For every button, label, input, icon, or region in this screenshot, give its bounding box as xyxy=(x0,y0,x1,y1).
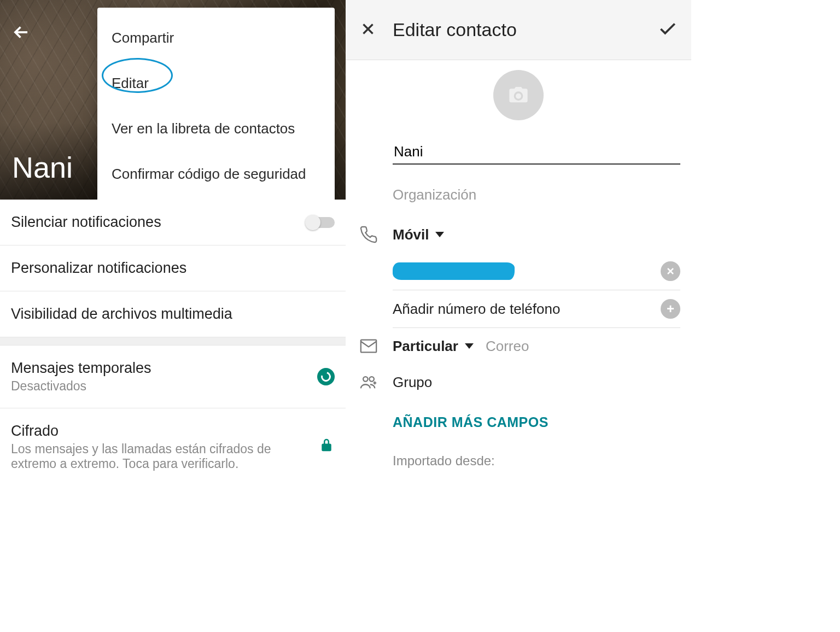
disappearing-title: Mensajes temporales xyxy=(11,360,317,377)
setting-mute-label: Silenciar notificaciones xyxy=(11,214,306,231)
name-input[interactable] xyxy=(393,140,680,165)
phone-type-label: Móvil xyxy=(393,226,429,243)
encryption-title: Cifrado xyxy=(11,423,318,440)
organization-field[interactable]: Organización xyxy=(393,186,680,203)
setting-customize-label: Personalizar notificaciones xyxy=(11,260,335,277)
svg-point-2 xyxy=(369,377,374,382)
setting-media-visibility[interactable]: Visibilidad de archivos multimedia xyxy=(0,291,346,337)
phone-number-redacted[interactable] xyxy=(393,262,515,280)
contact-photo-button[interactable] xyxy=(493,70,544,120)
group-icon xyxy=(357,373,381,391)
phone-type-dropdown[interactable]: Móvil xyxy=(393,226,444,243)
encryption-desc: Los mensajes y las llamadas están cifrad… xyxy=(11,442,273,471)
email-type-dropdown[interactable]: Particular xyxy=(393,338,474,355)
edit-contact-title: Editar contacto xyxy=(393,19,642,40)
email-icon xyxy=(357,337,381,355)
email-type-label: Particular xyxy=(393,338,458,355)
add-phone-button[interactable]: + xyxy=(661,299,680,319)
contact-name: Nani xyxy=(12,150,73,184)
back-arrow-icon[interactable] xyxy=(11,22,32,45)
setting-media-label: Visibilidad de archivos multimedia xyxy=(11,306,335,323)
section-divider xyxy=(0,337,346,346)
menu-view-in-contacts[interactable]: Ver en la libreta de contactos xyxy=(97,106,335,151)
menu-share[interactable]: Compartir xyxy=(97,15,335,61)
clear-phone-button[interactable] xyxy=(661,261,680,281)
setting-customize-notifications[interactable]: Personalizar notificaciones xyxy=(0,245,346,291)
group-field[interactable]: Grupo xyxy=(393,374,432,391)
setting-mute[interactable]: Silenciar notificaciones xyxy=(0,200,346,245)
timer-icon xyxy=(317,368,335,385)
phone-icon xyxy=(357,225,381,244)
contact-hero: Nani Compartir Editar Ver en la libreta … xyxy=(0,0,346,200)
menu-verify-security[interactable]: Confirmar código de seguridad xyxy=(97,151,335,197)
chevron-down-icon xyxy=(465,343,474,349)
svg-rect-0 xyxy=(361,340,376,353)
close-icon[interactable] xyxy=(359,20,377,40)
add-phone-label[interactable]: Añadir número de teléfono xyxy=(393,301,649,318)
add-more-fields-button[interactable]: AÑADIR MÁS CAMPOS xyxy=(357,400,680,444)
edit-contact-topbar: Editar contacto xyxy=(346,0,691,60)
lock-icon xyxy=(318,437,335,457)
setting-disappearing[interactable]: Mensajes temporales Desactivados xyxy=(0,346,346,408)
email-input[interactable]: Correo xyxy=(486,338,680,355)
setting-encryption[interactable]: Cifrado Los mensajes y las llamadas está… xyxy=(0,408,346,485)
svg-point-1 xyxy=(363,377,368,382)
chevron-down-icon xyxy=(435,232,444,237)
overflow-menu: Compartir Editar Ver en la libreta de co… xyxy=(97,8,335,200)
mute-toggle[interactable] xyxy=(306,217,335,228)
disappearing-status: Desactivados xyxy=(11,379,317,394)
camera-icon xyxy=(508,84,529,106)
confirm-icon[interactable] xyxy=(657,19,678,42)
imported-from-label: Importado desde: xyxy=(357,444,680,469)
menu-edit[interactable]: Editar xyxy=(97,61,335,106)
